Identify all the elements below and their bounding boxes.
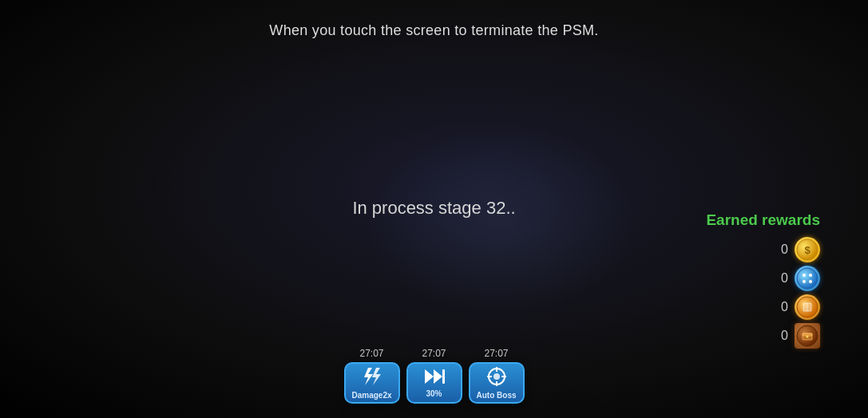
action-btn-label-2: Auto Boss — [477, 391, 517, 400]
reward-rows: 0 $ 0 0 — [781, 237, 820, 352]
action-btn-0[interactable]: Damage2x — [344, 362, 400, 404]
action-time-1: 27:07 — [422, 348, 446, 359]
reward-icon-orange-box — [795, 294, 820, 320]
reward-icon-blue-dice — [795, 266, 820, 291]
action-btn-2[interactable]: Auto Boss — [469, 362, 525, 404]
svg-point-20 — [493, 373, 500, 380]
action-btn-label-0: Damage2x — [351, 391, 391, 400]
reward-row: 0 — [781, 266, 820, 291]
svg-point-6 — [809, 280, 812, 283]
header-message: When you touch the screen to terminate t… — [0, 22, 868, 39]
svg-marker-16 — [425, 369, 434, 384]
svg-point-2 — [797, 268, 818, 289]
reward-row: 0 $ — [781, 237, 820, 262]
svg-marker-14 — [364, 368, 373, 385]
svg-point-5 — [803, 280, 806, 283]
reward-count: 0 — [781, 300, 788, 314]
action-btn-icon-0 — [360, 366, 384, 390]
svg-point-4 — [809, 274, 812, 277]
svg-rect-18 — [442, 369, 445, 384]
action-button-wrapper-0: 27:07 Damage2x — [344, 348, 400, 404]
reward-count: 0 — [781, 271, 788, 286]
action-btn-icon-1 — [423, 368, 446, 388]
reward-icon-coin: $ — [795, 237, 820, 262]
action-button-wrapper-2: 27:07 Auto Boss — [469, 348, 525, 404]
reward-count: 0 — [781, 243, 788, 257]
earned-rewards-title: Earned rewards — [706, 211, 820, 229]
action-btn-label-1: 30% — [426, 389, 442, 398]
reward-row: 0 — [781, 294, 820, 320]
bottom-buttons: 27:07 Damage2x27:07 30%27:07 Auto Boss — [344, 348, 525, 404]
reward-count: 0 — [781, 329, 788, 343]
action-button-wrapper-1: 27:07 30% — [406, 348, 462, 404]
svg-point-13 — [807, 336, 809, 338]
reward-icon-chest — [795, 323, 820, 349]
svg-point-3 — [803, 274, 806, 277]
action-time-2: 27:07 — [484, 348, 508, 359]
earned-rewards-panel: Earned rewards 0 $ 0 0 — [706, 211, 820, 352]
action-btn-1[interactable]: 30% — [406, 362, 462, 404]
svg-text:$: $ — [804, 244, 811, 256]
svg-marker-15 — [372, 368, 381, 385]
svg-marker-17 — [434, 369, 442, 384]
reward-row: 0 — [781, 323, 820, 349]
action-time-0: 27:07 — [359, 348, 383, 359]
action-btn-icon-2 — [486, 366, 507, 390]
